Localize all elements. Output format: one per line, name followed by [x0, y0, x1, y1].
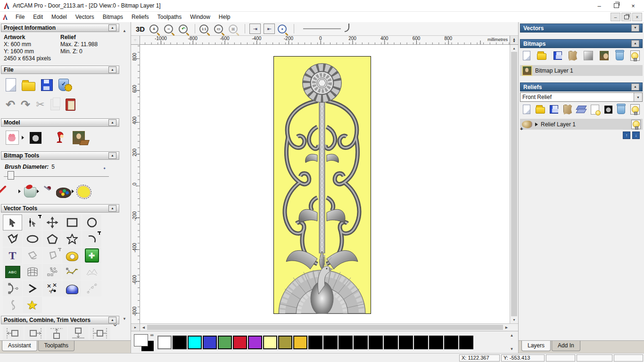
contrast-slider-track[interactable]: [303, 28, 341, 29]
palette-colour-4[interactable]: [218, 336, 232, 349]
zoom-1to1-icon[interactable]: 1:1: [199, 25, 208, 33]
fit-lines-tool[interactable]: [23, 280, 42, 296]
pour-fill-tool[interactable]: [23, 247, 42, 263]
palette-colour-8[interactable]: [278, 336, 292, 349]
slider-handle[interactable]: [8, 171, 14, 180]
vectors-header[interactable]: Vectors ▼: [520, 24, 643, 33]
menu-edit[interactable]: Edit: [29, 12, 47, 22]
flyout-arrow-icon[interactable]: [72, 189, 74, 193]
bitmap-tools-header[interactable]: Bitmap Tools ▲: [1, 151, 119, 160]
delete-relief-layer-icon[interactable]: [617, 105, 625, 114]
scroll-up-arrow[interactable]: ▲: [510, 45, 518, 52]
save-bitmap-layer-icon[interactable]: [553, 51, 562, 60]
delete-bitmap-layer-icon[interactable]: [616, 51, 624, 60]
bitmap-layer-name[interactable]: Bitmap Layer 1: [535, 67, 573, 74]
relief-preview-icon[interactable]: [591, 105, 599, 115]
transform-vectors-tool[interactable]: [42, 214, 62, 230]
greyscale-relief-icon[interactable]: [604, 106, 612, 114]
link-views-alt-button[interactable]: ⇤: [264, 24, 275, 34]
offset-vectors-tool[interactable]: [42, 247, 62, 263]
model-section-header[interactable]: Model ▲: [1, 118, 119, 127]
tab-layers[interactable]: Layers: [521, 341, 551, 351]
node-editing-tool[interactable]: [23, 214, 42, 230]
zoom-in-icon[interactable]: +: [149, 25, 158, 33]
vector-tools-header[interactable]: Vector Tools ▲: [1, 204, 119, 213]
undo-icon[interactable]: ↶: [6, 99, 15, 110]
relief-layer-row[interactable]: Relief Layer 1: [520, 119, 643, 130]
position-combine-trim-header[interactable]: Position, Combine, Trim Vectors ▲: [1, 316, 119, 324]
align-bottom-tool[interactable]: [68, 326, 89, 340]
fit-arcs-tool[interactable]: [3, 280, 22, 296]
contrast-slider-handle[interactable]: [345, 24, 349, 32]
create-star-tool[interactable]: [62, 231, 82, 247]
scroll-up-arrow[interactable]: ▲: [508, 332, 515, 339]
menu-file[interactable]: File: [11, 12, 29, 22]
collapse-button[interactable]: ▲: [108, 205, 116, 212]
more-content-chevron-icon[interactable]: ⌄: [112, 319, 118, 328]
palette-colour-1[interactable]: [173, 336, 187, 349]
greyscale-view-icon[interactable]: [30, 132, 41, 144]
align-right-tool[interactable]: [25, 326, 45, 340]
zoom-objects-icon[interactable]: ▣: [229, 25, 238, 33]
scroll-right-arrow[interactable]: ▶: [503, 324, 510, 331]
create-ellipse-tool[interactable]: [23, 231, 42, 247]
palette-colour-10[interactable]: [308, 336, 322, 349]
toggle-relief-visibility-button[interactable]: [630, 104, 640, 115]
texture-relief-icon[interactable]: [73, 131, 85, 144]
vertical-scrollbar[interactable]: ▲ ▼: [510, 45, 518, 323]
create-circle-tool[interactable]: [82, 214, 101, 230]
palette-scrollbar[interactable]: ▲ ▼: [508, 332, 515, 353]
create-polyline-tool[interactable]: [3, 231, 22, 247]
ruler-units-dropdown[interactable]: ▲▼: [510, 36, 518, 44]
tab-toolpaths[interactable]: Toolpaths: [38, 341, 74, 351]
palette-colour-14[interactable]: [369, 336, 383, 349]
bitmap-preview-icon[interactable]: [600, 51, 609, 60]
close-button[interactable]: ×: [630, 2, 636, 9]
select-vectors-tool[interactable]: [3, 214, 22, 230]
new-bitmap-layer-icon[interactable]: [523, 51, 530, 60]
create-text-tool[interactable]: T: [3, 247, 22, 263]
new-relief-layer-icon[interactable]: [523, 105, 530, 114]
file-section-header[interactable]: File ▲: [1, 66, 119, 74]
toggle-bitmap-visibility-button[interactable]: [630, 50, 640, 61]
vertical-scroll-thumb[interactable]: [511, 52, 517, 316]
free-relief-sketch-tool[interactable]: [82, 264, 101, 280]
link-colours-icon[interactable]: ∞: [150, 332, 154, 337]
fit-polyline-tool[interactable]: [82, 280, 101, 296]
collapse-button[interactable]: ▲: [108, 66, 116, 73]
align-top-tool[interactable]: [46, 326, 67, 340]
palette-colour-19[interactable]: [444, 336, 458, 349]
palette-colour-6[interactable]: [248, 336, 262, 349]
open-model-icon[interactable]: [22, 82, 35, 91]
scroll-left-arrow[interactable]: ◀: [140, 324, 147, 331]
brush-diameter-slider[interactable]: ✦: [1, 170, 119, 181]
zoom-previous-icon[interactable]: ↶: [179, 25, 188, 33]
block-copy-tool[interactable]: [42, 264, 62, 280]
restore-button[interactable]: [613, 2, 619, 9]
mdi-close-button[interactable]: ×: [632, 13, 642, 21]
scroll-down-arrow[interactable]: ▼: [510, 316, 518, 323]
scroll-down-arrow[interactable]: ▼: [121, 316, 128, 322]
zoom-out-icon[interactable]: –: [164, 25, 173, 33]
door-relief-artwork[interactable]: [273, 56, 371, 314]
paste-icon[interactable]: [66, 99, 75, 111]
slider-track[interactable]: [4, 176, 109, 177]
palette-colour-13[interactable]: [354, 336, 368, 349]
expand-button[interactable]: ▼: [631, 25, 639, 32]
relief-layer-name[interactable]: Relief Layer 1: [541, 121, 628, 128]
trim-vectors-tool[interactable]: ✕✕✂: [42, 280, 62, 296]
merge-relief-layers-icon[interactable]: [563, 105, 572, 115]
scroll-up-arrow[interactable]: ▲: [121, 28, 128, 34]
save-model-icon[interactable]: [41, 79, 53, 91]
palette-colour-11[interactable]: [323, 336, 338, 349]
reliefs-header[interactable]: Reliefs ▲: [520, 82, 643, 91]
palette-colour-12[interactable]: [339, 336, 353, 349]
create-polygon-tool[interactable]: [42, 231, 62, 247]
distort-vectors-tool[interactable]: [23, 264, 42, 280]
menu-toolpaths[interactable]: Toolpaths: [153, 12, 186, 22]
palette-colour-2[interactable]: [188, 336, 202, 349]
link-views-button[interactable]: ⇥: [249, 24, 261, 34]
flood-fill-icon[interactable]: [24, 187, 36, 197]
center-horizontal-tool[interactable]: [90, 326, 110, 340]
pan-corner-button[interactable]: ▸: [131, 324, 140, 331]
